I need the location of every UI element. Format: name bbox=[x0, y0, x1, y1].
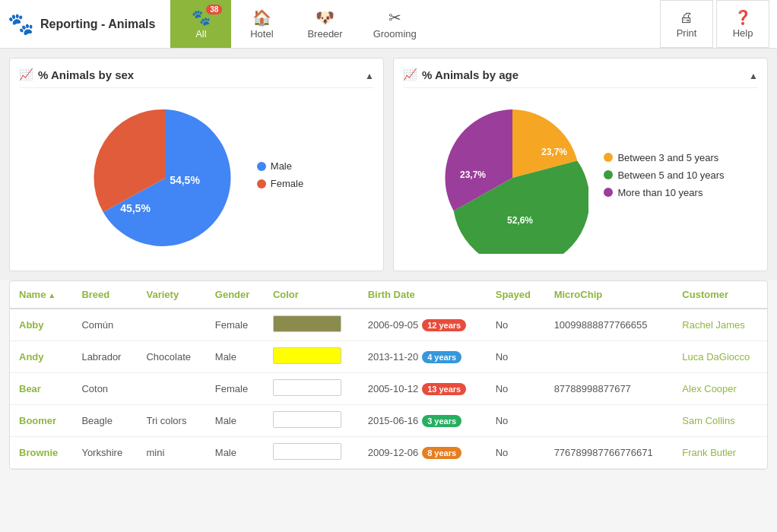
sex-pie-chart: 54,5% 45,5% bbox=[90, 102, 242, 254]
animals-table-container: Name Breed Variety Gender Color Birth Da… bbox=[9, 280, 768, 470]
table-row: Boomer Beagle Tri colors Male 2015-06-16… bbox=[10, 405, 767, 437]
nav-tab-grooming[interactable]: ✂ Grooming bbox=[358, 0, 432, 48]
all-tab-label: All bbox=[195, 28, 206, 40]
cell-breed: Coton bbox=[72, 373, 137, 405]
male-legend-label: Male bbox=[271, 160, 292, 172]
purple-legend-dot bbox=[604, 188, 613, 197]
cell-birth-date: 2015-06-163 years bbox=[359, 405, 487, 437]
cell-microchip bbox=[545, 405, 674, 437]
cell-birth-date: 2013-11-204 years bbox=[359, 341, 487, 373]
sex-chart-collapse-icon[interactable] bbox=[365, 68, 374, 81]
help-button[interactable]: ❓ Help bbox=[716, 0, 769, 48]
table-body: Abby Común Female 2006-09-0512 years No … bbox=[10, 309, 767, 469]
sex-chart-title: 📈 % Animals by sex bbox=[19, 68, 374, 88]
male-legend-item: Male bbox=[257, 160, 303, 172]
col-microchip[interactable]: MicroChip bbox=[545, 281, 674, 309]
col-name[interactable]: Name bbox=[10, 281, 72, 309]
sex-chart-card: 📈 % Animals by sex 54,5% 45,5% Male bbox=[9, 58, 384, 271]
age-chart-label: % Animals by age bbox=[422, 68, 519, 81]
green-legend-dot bbox=[604, 170, 613, 179]
age-badge: 13 years bbox=[422, 383, 466, 395]
cell-spayed: No bbox=[487, 309, 545, 341]
green-legend-item: Between 5 and 10 years bbox=[604, 169, 724, 181]
cell-variety: Chocolate bbox=[137, 341, 205, 373]
female-pct: 45,5% bbox=[120, 202, 151, 214]
purple-legend-item: More than 10 years bbox=[604, 187, 724, 198]
female-legend-dot bbox=[257, 179, 266, 188]
col-color[interactable]: Color bbox=[264, 281, 359, 309]
col-gender[interactable]: Gender bbox=[206, 281, 264, 309]
help-icon: ❓ bbox=[734, 9, 751, 26]
age-badge: 4 years bbox=[422, 351, 461, 363]
cell-gender: Male bbox=[206, 405, 264, 437]
cell-microchip: 87788998877677 bbox=[545, 373, 674, 405]
col-breed[interactable]: Breed bbox=[72, 281, 137, 309]
hotel-tab-icon: 🏠 bbox=[252, 8, 271, 27]
female-legend-label: Female bbox=[271, 178, 303, 189]
cell-variety: mini bbox=[137, 437, 205, 469]
green-legend-label: Between 5 and 10 years bbox=[617, 169, 724, 181]
hotel-tab-label: Hotel bbox=[250, 28, 273, 40]
chart-trend-icon: 📈 bbox=[19, 68, 33, 81]
orange-pct: 23,7% bbox=[541, 147, 567, 157]
col-birth-date[interactable]: Birth Date bbox=[359, 281, 487, 309]
nav-tab-all[interactable]: 🐾 All38 bbox=[170, 0, 231, 48]
cell-color bbox=[264, 437, 359, 469]
table-row: Abby Común Female 2006-09-0512 years No … bbox=[10, 309, 767, 341]
app-title: Reporting - Animals bbox=[40, 17, 155, 31]
cell-breed: Labrador bbox=[72, 341, 137, 373]
print-button[interactable]: 🖨 Print bbox=[660, 0, 713, 48]
col-variety[interactable]: Variety bbox=[137, 281, 205, 309]
table-row: Brownie Yorkshire mini Male 2009-12-068 … bbox=[10, 437, 767, 469]
nav-right-buttons: 🖨 Print❓ Help bbox=[657, 0, 769, 48]
male-pct: 54,5% bbox=[170, 174, 200, 186]
table-header: Name Breed Variety Gender Color Birth Da… bbox=[10, 281, 767, 309]
cell-spayed: No bbox=[487, 405, 545, 437]
color-swatch bbox=[273, 347, 341, 364]
cell-gender: Male bbox=[206, 437, 264, 469]
cell-color bbox=[264, 405, 359, 437]
cell-name: Abby bbox=[10, 309, 72, 341]
col-spayed[interactable]: Spayed bbox=[487, 281, 545, 309]
age-chart-legend: Between 3 and 5 years Between 5 and 10 y… bbox=[604, 152, 724, 204]
breeder-tab-label: Breeder bbox=[307, 28, 342, 40]
cell-breed: Beagle bbox=[72, 405, 137, 437]
cell-microchip bbox=[545, 341, 674, 373]
age-chart-card: 📈 % Animals by age 23,7% 52,6% 23,7% bbox=[393, 58, 768, 271]
cell-name: Andy bbox=[10, 341, 72, 373]
cell-name: Bear bbox=[10, 373, 72, 405]
cell-name: Boomer bbox=[10, 405, 72, 437]
print-icon: 🖨 bbox=[680, 10, 693, 26]
cell-color bbox=[264, 341, 359, 373]
orange-legend-item: Between 3 and 5 years bbox=[604, 152, 724, 163]
orange-legend-dot bbox=[604, 153, 613, 162]
nav-bar: 🐾 Reporting - Animals 🐾 All38🏠 Hotel🐶 Br… bbox=[0, 0, 777, 49]
col-customer[interactable]: Customer bbox=[673, 281, 767, 309]
male-legend-dot bbox=[257, 162, 266, 171]
cell-customer: Frank Butler bbox=[673, 437, 767, 469]
cell-spayed: No bbox=[487, 373, 545, 405]
cell-spayed: No bbox=[487, 341, 545, 373]
help-label: Help bbox=[733, 27, 753, 39]
all-badge: 38 bbox=[206, 5, 222, 14]
age-chart-collapse-icon[interactable] bbox=[749, 68, 758, 81]
cell-microchip: 776789987766776671 bbox=[545, 437, 674, 469]
age-pie-chart: 23,7% 52,6% 23,7% bbox=[436, 102, 588, 254]
cell-customer: Rachel James bbox=[673, 309, 767, 341]
color-swatch bbox=[273, 315, 341, 332]
nav-tab-hotel[interactable]: 🏠 Hotel bbox=[231, 0, 292, 48]
purple-legend-label: More than 10 years bbox=[617, 187, 702, 198]
cell-customer: Alex Cooper bbox=[673, 373, 767, 405]
cell-birth-date: 2006-09-0512 years bbox=[359, 309, 487, 341]
sex-chart-label: % Animals by sex bbox=[38, 68, 134, 81]
color-swatch bbox=[273, 379, 341, 396]
purple-pct: 23,7% bbox=[460, 169, 486, 180]
app-logo: 🐾 Reporting - Animals bbox=[8, 11, 155, 36]
logo-icon: 🐾 bbox=[8, 11, 34, 36]
cell-birth-date: 2009-12-068 years bbox=[359, 437, 487, 469]
cell-gender: Female bbox=[206, 373, 264, 405]
green-pct: 52,6% bbox=[507, 215, 533, 226]
color-swatch bbox=[273, 443, 341, 460]
nav-tab-breeder[interactable]: 🐶 Breeder bbox=[292, 0, 357, 48]
grooming-tab-icon: ✂ bbox=[388, 8, 401, 27]
